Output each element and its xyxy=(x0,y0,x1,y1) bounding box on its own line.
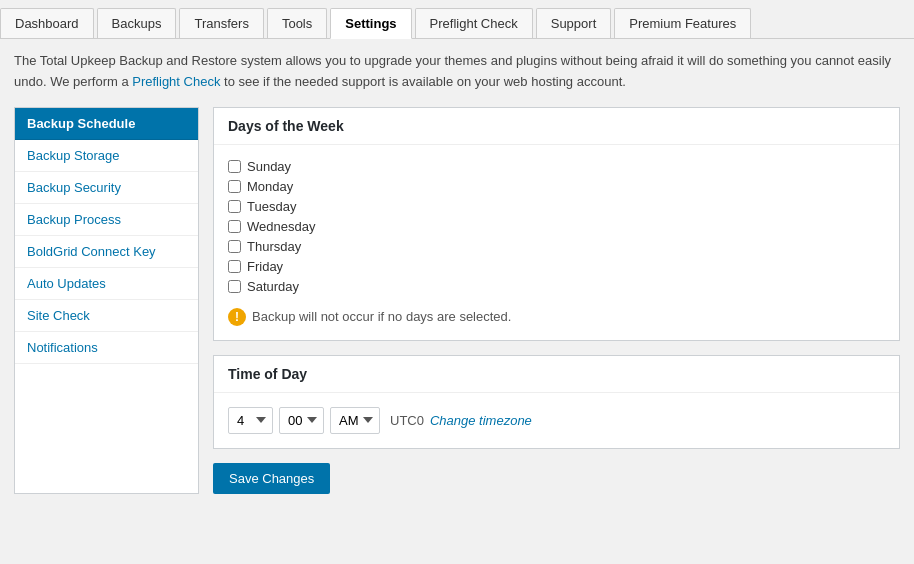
tab-premium-features[interactable]: Premium Features xyxy=(614,8,751,38)
day-checkbox-saturday[interactable] xyxy=(228,280,241,293)
day-item-monday: Monday xyxy=(228,179,885,194)
day-item-tuesday: Tuesday xyxy=(228,199,885,214)
day-checkbox-thursday[interactable] xyxy=(228,240,241,253)
day-label-sunday: Sunday xyxy=(247,159,291,174)
sidebar-item-backup-security[interactable]: Backup Security xyxy=(15,172,198,204)
sidebar-item-boldgrid-connect-key[interactable]: BoldGrid Connect Key xyxy=(15,236,198,268)
tab-settings[interactable]: Settings xyxy=(330,8,411,39)
page-content: The Total Upkeep Backup and Restore syst… xyxy=(0,39,914,506)
days-section-body: SundayMondayTuesdayWednesdayThursdayFrid… xyxy=(214,145,899,340)
days-section-title: Days of the Week xyxy=(214,108,899,145)
day-label-thursday: Thursday xyxy=(247,239,301,254)
intro-text-after: to see if the needed support is availabl… xyxy=(220,74,625,89)
day-label-friday: Friday xyxy=(247,259,283,274)
tab-preflight-check[interactable]: Preflight Check xyxy=(415,8,533,38)
ampm-select[interactable]: AMPM xyxy=(330,407,380,434)
day-label-wednesday: Wednesday xyxy=(247,219,315,234)
hour-select[interactable]: 123456789101112 xyxy=(228,407,273,434)
day-item-thursday: Thursday xyxy=(228,239,885,254)
utc-label: UTC0 xyxy=(390,413,424,428)
sidebar-item-backup-schedule[interactable]: Backup Schedule xyxy=(15,108,198,140)
time-row: 123456789101112 00153045 AMPM UTC0 Chang… xyxy=(228,407,885,434)
day-checkbox-monday[interactable] xyxy=(228,180,241,193)
time-section: Time of Day 123456789101112 00153045 AMP… xyxy=(213,355,900,449)
top-nav: DashboardBackupsTransfersToolsSettingsPr… xyxy=(0,0,914,39)
right-panel: Days of the Week SundayMondayTuesdayWedn… xyxy=(199,107,900,494)
day-item-wednesday: Wednesday xyxy=(228,219,885,234)
sidebar-item-backup-storage[interactable]: Backup Storage xyxy=(15,140,198,172)
time-section-body: 123456789101112 00153045 AMPM UTC0 Chang… xyxy=(214,393,899,448)
sidebar: Backup ScheduleBackup StorageBackup Secu… xyxy=(14,107,199,494)
time-section-title: Time of Day xyxy=(214,356,899,393)
warning-row: ! Backup will not occur if no days are s… xyxy=(228,308,885,326)
minute-select[interactable]: 00153045 xyxy=(279,407,324,434)
tab-backups[interactable]: Backups xyxy=(97,8,177,38)
day-checkbox-friday[interactable] xyxy=(228,260,241,273)
sidebar-item-site-check[interactable]: Site Check xyxy=(15,300,198,332)
preflight-check-link[interactable]: Preflight Check xyxy=(132,74,220,89)
days-list: SundayMondayTuesdayWednesdayThursdayFrid… xyxy=(228,159,885,294)
day-label-tuesday: Tuesday xyxy=(247,199,296,214)
warning-text: Backup will not occur if no days are sel… xyxy=(252,309,511,324)
tab-dashboard[interactable]: Dashboard xyxy=(0,8,94,38)
change-timezone-link[interactable]: Change timezone xyxy=(430,413,532,428)
day-item-saturday: Saturday xyxy=(228,279,885,294)
intro-paragraph: The Total Upkeep Backup and Restore syst… xyxy=(14,51,900,93)
warning-icon: ! xyxy=(228,308,246,326)
save-changes-button[interactable]: Save Changes xyxy=(213,463,330,494)
sidebar-item-auto-updates[interactable]: Auto Updates xyxy=(15,268,198,300)
day-checkbox-tuesday[interactable] xyxy=(228,200,241,213)
day-checkbox-wednesday[interactable] xyxy=(228,220,241,233)
sidebar-item-backup-process[interactable]: Backup Process xyxy=(15,204,198,236)
tab-transfers[interactable]: Transfers xyxy=(179,8,263,38)
tab-tools[interactable]: Tools xyxy=(267,8,327,38)
tab-support[interactable]: Support xyxy=(536,8,612,38)
day-item-sunday: Sunday xyxy=(228,159,885,174)
day-label-monday: Monday xyxy=(247,179,293,194)
sidebar-item-notifications[interactable]: Notifications xyxy=(15,332,198,364)
day-item-friday: Friday xyxy=(228,259,885,274)
main-layout: Backup ScheduleBackup StorageBackup Secu… xyxy=(14,107,900,494)
days-section: Days of the Week SundayMondayTuesdayWedn… xyxy=(213,107,900,341)
day-checkbox-sunday[interactable] xyxy=(228,160,241,173)
day-label-saturday: Saturday xyxy=(247,279,299,294)
